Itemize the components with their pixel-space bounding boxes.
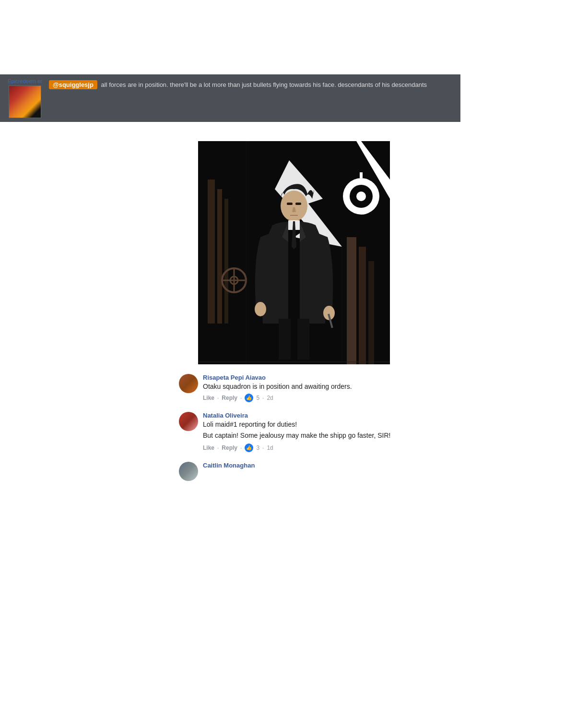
svg-rect-27 [297,319,309,364]
svg-rect-12 [368,261,374,364]
notification-message: all forces are in position. there'll be … [99,81,427,88]
comment-actions-risapeta: Like · Reply · 👍 5 · 2d [203,394,409,402]
notification-content: @squigglesjp all forces are in position.… [49,78,455,89]
time-ago-natalia: 1d [267,444,273,451]
separator-1: · [217,395,219,401]
notification-username[interactable]: Epicredeem er [8,78,42,84]
reply-button-risapeta[interactable]: Reply [222,395,237,401]
svg-point-5 [356,192,366,201]
comment-item: Natalia Oliveira Loli maid#1 reporting f… [179,412,409,452]
svg-rect-7 [208,180,215,324]
comment-body: Risapeta Pepi Aiavao Otaku squadron is i… [203,374,409,402]
caitlin-avatar [179,462,198,481]
svg-rect-9 [224,199,228,324]
comic-image [198,141,390,364]
comment-body-caitlin: Caitlin Monaghan [203,462,409,470]
comment-item: Caitlin Monaghan [179,462,409,481]
comments-section: Risapeta Pepi Aiavao Otaku squadron is i… [174,374,414,491]
svg-point-24 [255,302,266,316]
comment-actions-natalia: Like · Reply · 👍 3 · 1d [203,444,409,452]
separator-4: · [217,444,219,451]
comment-item: Risapeta Pepi Aiavao Otaku squadron is i… [179,374,409,402]
reaction-icon-natalia: 👍 [245,444,253,452]
notification-bar: Epicredeem er @squigglesjp all forces ar… [0,74,460,122]
comic-svg [198,141,390,364]
separator-2: · [240,395,242,401]
post-image-wrapper [198,141,390,364]
comment-author-natalia[interactable]: Natalia Oliveira [203,412,409,419]
svg-rect-11 [359,247,366,364]
tagged-username[interactable]: @squigglesjp [49,80,97,89]
risapeta-avatar [179,374,198,393]
reply-button-natalia[interactable]: Reply [222,444,237,451]
time-ago-risapeta: 2d [267,395,273,401]
reaction-icon-risapeta: 👍 [245,394,253,402]
comment-body-natalia: Natalia Oliveira Loli maid#1 reporting f… [203,412,409,452]
svg-rect-26 [279,319,291,364]
svg-rect-10 [347,237,356,364]
like-button-natalia[interactable]: Like [203,444,214,451]
reaction-count-natalia: 3 [256,444,259,451]
main-content: Risapeta Pepi Aiavao Otaku squadron is i… [0,122,588,500]
comment-text-natalia-2: But captain! Some jealousy may make the … [203,431,409,441]
comment-author-risapeta[interactable]: Risapeta Pepi Aiavao [203,374,409,381]
notification-user-block: Epicredeem er [6,78,44,118]
separator-6: · [262,444,264,451]
separator-5: · [240,444,242,451]
svg-rect-8 [217,189,222,324]
natalia-avatar [179,412,198,431]
svg-rect-20 [295,203,301,205]
svg-rect-19 [287,203,293,205]
notification-avatar [9,85,41,118]
comment-text-natalia-1: Loli maid#1 reporting for duties! [203,420,409,430]
reaction-count-risapeta: 5 [256,395,259,401]
like-button-risapeta[interactable]: Like [203,395,214,401]
separator-3: · [262,395,264,401]
comment-author-caitlin[interactable]: Caitlin Monaghan [203,462,409,469]
comment-text-risapeta: Otaku squadron is in position and awaiti… [203,382,409,392]
